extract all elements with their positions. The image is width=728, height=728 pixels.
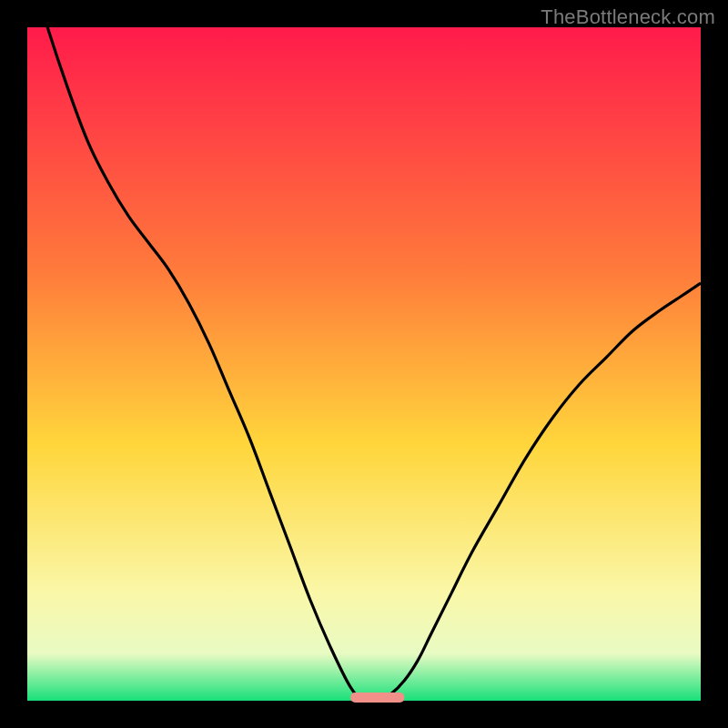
chart-frame: TheBottleneck.com <box>0 0 728 728</box>
watermark-text: TheBottleneck.com <box>541 5 715 29</box>
optimal-range-marker <box>350 693 404 703</box>
bottleneck-chart <box>0 0 728 728</box>
